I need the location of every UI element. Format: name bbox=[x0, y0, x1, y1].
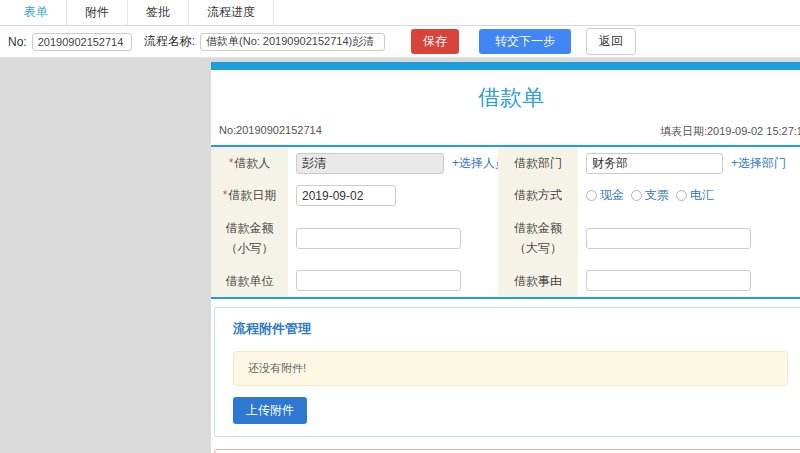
document-fill-date: 填表日期:2019-09-02 15:27:1 bbox=[660, 124, 800, 139]
attachments-panel-title: 流程附件管理 bbox=[233, 320, 788, 338]
document-number: No:20190902152714 bbox=[219, 124, 322, 139]
cash-radio-label: 现金 bbox=[600, 187, 624, 204]
approval-panel: 流程签批意见 B I abc 123 bbox=[214, 449, 800, 453]
loan-unit-label: 借款单位 bbox=[211, 265, 288, 297]
no-input[interactable] bbox=[32, 33, 132, 51]
loan-date-input[interactable] bbox=[296, 185, 396, 206]
required-mark: * bbox=[223, 185, 228, 205]
app-header: 表单 附件 签批 流程进度 No: 流程名称: 保存 转交下一步 返回 bbox=[0, 0, 800, 58]
wire-transfer-radio[interactable] bbox=[676, 190, 687, 201]
loan-reason-cell bbox=[578, 265, 800, 297]
loan-reason-label: 借款事由 bbox=[498, 265, 578, 297]
borrower-cell: +选择人员 bbox=[288, 147, 498, 179]
required-mark: * bbox=[229, 153, 234, 173]
tab-bar: 表单 附件 签批 流程进度 bbox=[0, 0, 800, 26]
loan-form-fields: *借款人 +选择人员 借款部门 +选择部门 *借款日期 借款方式 现金 支票 电… bbox=[211, 145, 800, 299]
amount-uppercase-cell bbox=[578, 212, 800, 265]
borrower-input[interactable] bbox=[296, 153, 444, 174]
loan-method-label: 借款方式 bbox=[498, 179, 578, 211]
document-meta: No:20190902152714 填表日期:2019-09-02 15:27:… bbox=[211, 124, 800, 145]
no-attachments-alert: 还没有附件! bbox=[233, 351, 788, 386]
process-name-label: 流程名称: bbox=[144, 33, 195, 50]
back-button[interactable]: 返回 bbox=[586, 28, 636, 55]
panel-accent-bar bbox=[211, 62, 800, 70]
tab-process-progress[interactable]: 流程进度 bbox=[189, 0, 274, 25]
tab-approvals[interactable]: 签批 bbox=[128, 0, 189, 25]
amount-lowercase-input[interactable] bbox=[296, 228, 461, 249]
amount-uppercase-input[interactable] bbox=[586, 228, 751, 249]
department-label: 借款部门 bbox=[498, 147, 578, 179]
process-name-input[interactable] bbox=[200, 33, 385, 51]
loan-form-panel: 借款单 No:20190902152714 填表日期:2019-09-02 15… bbox=[211, 62, 800, 453]
attachments-panel: 流程附件管理 还没有附件! 上传附件 bbox=[214, 307, 800, 437]
check-radio-label: 支票 bbox=[645, 187, 669, 204]
amount-uppercase-label: 借款金额（大写） bbox=[498, 212, 578, 265]
amount-lowercase-label: 借款金额（小写） bbox=[211, 212, 288, 265]
tab-attachments[interactable]: 附件 bbox=[67, 0, 128, 25]
check-radio[interactable] bbox=[631, 190, 642, 201]
document-title: 借款单 bbox=[211, 70, 800, 124]
department-cell: +选择部门 bbox=[578, 147, 800, 179]
loan-method-cell: 现金 支票 电汇 bbox=[578, 179, 800, 211]
loan-reason-input[interactable] bbox=[586, 270, 751, 291]
wire-transfer-radio-label: 电汇 bbox=[690, 187, 714, 204]
upload-attachment-button[interactable]: 上传附件 bbox=[233, 397, 307, 424]
no-label: No: bbox=[8, 35, 27, 49]
loan-unit-input[interactable] bbox=[296, 270, 461, 291]
tab-form[interactable]: 表单 bbox=[6, 0, 67, 25]
forward-next-step-button[interactable]: 转交下一步 bbox=[479, 29, 571, 54]
command-bar: No: 流程名称: 保存 转交下一步 返回 bbox=[0, 26, 800, 58]
select-department-link[interactable]: +选择部门 bbox=[731, 155, 786, 172]
department-input[interactable] bbox=[586, 153, 723, 174]
loan-date-cell bbox=[288, 179, 498, 211]
loan-date-label: *借款日期 bbox=[211, 179, 288, 211]
borrower-label: *借款人 bbox=[211, 147, 288, 179]
save-button[interactable]: 保存 bbox=[411, 29, 459, 54]
loan-unit-cell bbox=[288, 265, 498, 297]
amount-lowercase-cell bbox=[288, 212, 498, 265]
cash-radio[interactable] bbox=[586, 190, 597, 201]
